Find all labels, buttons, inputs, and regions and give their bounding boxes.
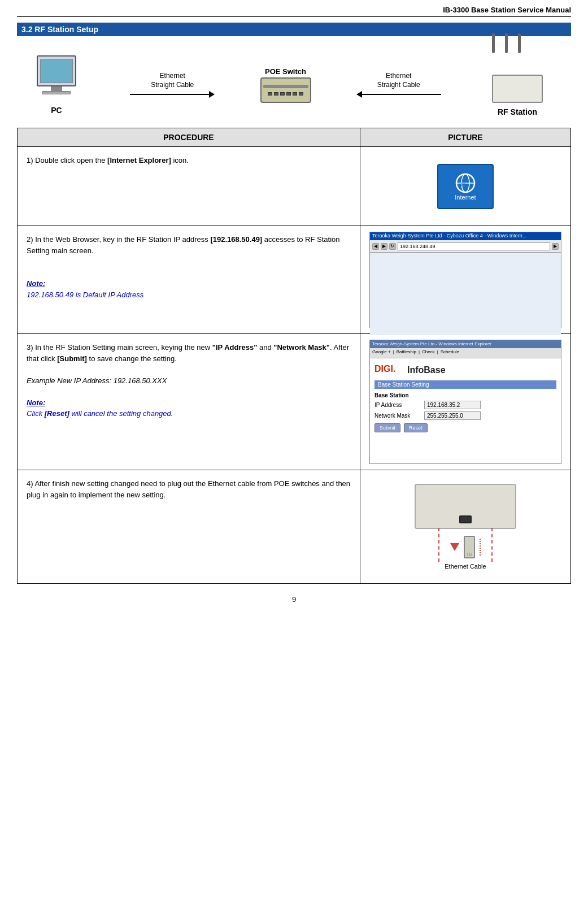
- pc-diagram-item: PC: [28, 55, 85, 115]
- row3-example: Example New IP Address: 192.168.50.XXX: [27, 376, 167, 385]
- cable-dashed-line-right: [491, 528, 493, 562]
- browser-mockup: Teraoka Weigh-System Pte Ltd - Cybozu Of…: [369, 232, 561, 328]
- rf-station-label: RF Station: [498, 107, 537, 116]
- infobase-logo-area: DIGI. InfoBase: [374, 363, 556, 377]
- mask-label: Network Mask: [374, 413, 420, 419]
- dotted-area: [480, 539, 481, 556]
- row1-text-post: icon.: [171, 156, 189, 164]
- cable-mockup: Ethernet Cable: [415, 484, 516, 570]
- digi-logo: DIGI.: [374, 363, 403, 377]
- ie-icon: e Internet: [437, 164, 494, 209]
- poe-label: POE Switch: [265, 67, 306, 76]
- arrow-down-group: [450, 543, 459, 551]
- row1-picture: e Internet: [360, 147, 570, 226]
- table-row: 4) After finish new setting changed need…: [18, 470, 570, 583]
- page-header: IB-3300 Base Station Service Manual: [17, 6, 571, 17]
- poe-port-6: [299, 92, 303, 96]
- antenna-2: [505, 33, 508, 53]
- row3-picture: Teraoka Weigh-System Pte Ltd - Windows I…: [360, 334, 570, 470]
- ip-value: 192.168.35.2: [424, 401, 481, 409]
- row2-procedure: 2) In the Web Browser, key in the RF Sta…: [18, 226, 360, 333]
- poe-switch-icon: [260, 77, 311, 103]
- arrowhead-right-icon: [209, 91, 215, 98]
- poe-ports: [268, 92, 303, 96]
- go-btn[interactable]: ▶: [552, 243, 559, 250]
- pc-screen: [40, 59, 73, 83]
- ie-globe-svg: e: [455, 172, 476, 194]
- arrowhead-left-icon: [356, 91, 362, 98]
- page-number: 9: [17, 595, 571, 604]
- pc-base: [42, 91, 71, 94]
- row3-reset-bracket: [Reset]: [45, 409, 69, 418]
- rj45-contacts: [467, 553, 472, 556]
- section-header: 3.2 RF Station Setup: [17, 23, 571, 36]
- pc-monitor: [37, 55, 76, 86]
- cable1-arrow: Ethernet Straight Cable: [130, 72, 215, 97]
- table-row: 2) In the Web Browser, key in the RF Sta…: [18, 226, 570, 334]
- th-procedure: PROCEDURE: [18, 128, 360, 146]
- rf-station-diagram-item: RF Station: [486, 53, 548, 116]
- arrow-shaft-2: [362, 94, 441, 95]
- poe-body-top: [263, 85, 308, 88]
- row3-text1: 3) In the RF Station Setting main screen…: [27, 342, 351, 364]
- cable1-label: Ethernet Straight Cable: [151, 72, 194, 89]
- form-row-ip: IP Address 192.168.35.2: [374, 401, 556, 409]
- forward-btn[interactable]: ▶: [381, 243, 387, 250]
- manual-title: IB-3300 Base Station Service Manual: [443, 6, 571, 14]
- ip-label: IP Address: [374, 402, 420, 408]
- cable2-arrow: Ethernet Straight Cable: [356, 72, 441, 97]
- rf-body: [492, 75, 543, 103]
- row2-text: 2) In the Web Browser, key in the RF Sta…: [27, 234, 351, 256]
- section-title: 3.2 RF Station Setup: [21, 25, 98, 34]
- svg-text:e: e: [461, 179, 465, 188]
- reset-button[interactable]: Reset: [404, 423, 428, 432]
- antenna-1: [492, 33, 495, 53]
- procedure-table: PROCEDURE PICTURE 1) Double click open t…: [17, 128, 571, 584]
- antenna-3: [518, 33, 521, 53]
- row4-procedure: 4) After finish new setting changed need…: [18, 470, 360, 583]
- pc-icon: [28, 55, 85, 103]
- device-port: [459, 515, 472, 523]
- poe-switch-diagram-item: POE Switch: [260, 67, 311, 103]
- arrow2-row: [356, 91, 441, 98]
- row2-note-label: Note:: [27, 279, 45, 288]
- table-row: 3) In the RF Station Setting main screen…: [18, 334, 570, 470]
- pc-stand: [51, 86, 62, 91]
- poe-port-1: [268, 92, 272, 96]
- refresh-btn[interactable]: ↻: [389, 243, 396, 250]
- submit-button[interactable]: Submit: [374, 423, 400, 432]
- row3-submit: [Submit]: [57, 354, 87, 363]
- th-picture: PICTURE: [360, 128, 570, 146]
- address-bar[interactable]: 192.168.248.49: [398, 242, 550, 250]
- rf-station-icon: [486, 53, 548, 104]
- row3-note-label: Note:: [27, 398, 45, 407]
- back-btn[interactable]: ◀: [372, 243, 379, 250]
- cable-arrow-area: [450, 536, 481, 558]
- browser-content: [370, 253, 561, 335]
- rj45-plug: [464, 536, 475, 558]
- ethernet-cable-label: Ethernet Cable: [445, 563, 486, 570]
- contact-1: [467, 553, 468, 556]
- device-image: [415, 484, 516, 529]
- form-buttons: Submit Reset: [374, 423, 556, 432]
- row3-bold1: "IP Address": [212, 343, 258, 352]
- row3-bold2: "Network Mask": [273, 343, 330, 352]
- contact-2: [469, 553, 470, 556]
- infobase-body: DIGI. InfoBase Base Station Setting Base…: [370, 358, 561, 463]
- infobase-title-text: InfoBase: [407, 365, 446, 375]
- row1-text-pre: 1) Double click open the: [27, 156, 107, 164]
- browser-toolbar: ◀ ▶ ↻ 192.168.248.49 ▶: [370, 240, 561, 253]
- rf-setup-diagram: PC Ethernet Straight Cable POE Switch: [17, 42, 571, 122]
- row4-text: 4) After finish new setting changed need…: [27, 478, 351, 500]
- row2-picture: Teraoka Weigh-System Pte Ltd - Cybozu Of…: [360, 226, 570, 333]
- contact-3: [471, 553, 472, 556]
- cable2-label: Ethernet Straight Cable: [377, 72, 420, 89]
- arrow1-row: [130, 91, 215, 98]
- poe-port-3: [280, 92, 285, 96]
- row1-procedure: 1) Double click open the [Internet Explo…: [18, 147, 360, 226]
- row3-note-body: Click [Reset] will cancel the setting ch…: [27, 409, 173, 418]
- row4-picture: Ethernet Cable: [360, 470, 570, 583]
- poe-port-4: [286, 92, 291, 96]
- ie-text: Internet: [455, 194, 476, 201]
- form-row-mask: Network Mask 255.255.255.0: [374, 411, 556, 420]
